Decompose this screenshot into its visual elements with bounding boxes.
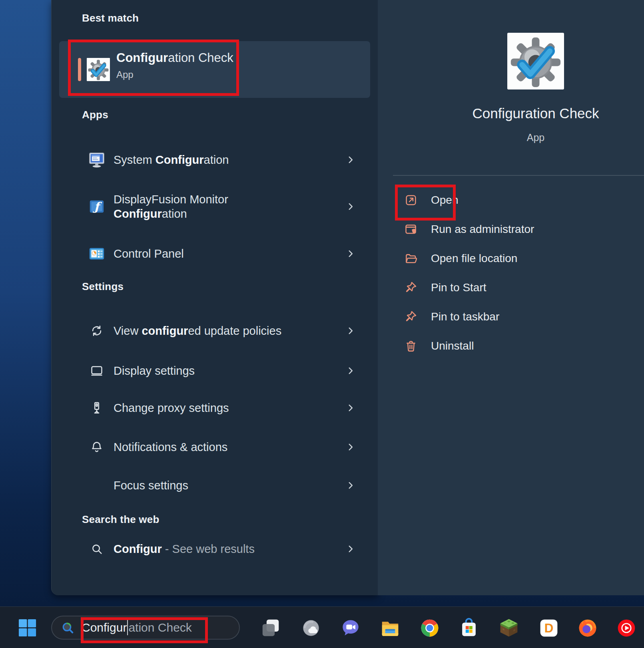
label-segment: Notifications & actions xyxy=(114,441,227,453)
detail-app-name: Configuration Check xyxy=(378,105,644,121)
result-label: Notifications & actions xyxy=(114,440,227,454)
label-segment: Configur xyxy=(116,51,168,65)
bell-icon xyxy=(88,438,106,456)
open-file-location-action[interactable]: Open file location xyxy=(378,244,644,273)
minecraft-icon[interactable] xyxy=(498,617,520,639)
chevron-right-icon[interactable] xyxy=(345,442,356,452)
chrome-icon[interactable] xyxy=(419,617,441,639)
svg-text:D: D xyxy=(544,621,554,635)
run-admin-icon xyxy=(404,223,418,236)
best-match-result[interactable]: Configuration Check App xyxy=(59,41,370,98)
widgets-icon[interactable] xyxy=(300,617,322,639)
action-label: Open file location xyxy=(431,252,517,265)
chevron-right-icon[interactable] xyxy=(345,201,356,212)
firefox-icon[interactable] xyxy=(577,617,598,639)
label-segment: Configur xyxy=(114,543,162,555)
label-segment: ation Check xyxy=(168,51,233,65)
system-config-icon xyxy=(88,151,106,169)
search-result-row[interactable]: View configured update policies xyxy=(59,312,370,350)
store-icon[interactable] xyxy=(458,617,480,639)
detail-divider xyxy=(393,175,644,176)
open-action[interactable]: Open xyxy=(378,185,644,215)
bell-icon xyxy=(90,440,104,454)
windows-search-flyout-screen: Best match Configuration Check App Apps … xyxy=(0,0,644,648)
d-letter-icon[interactable]: D xyxy=(538,617,560,639)
folder-open-icon xyxy=(404,252,418,265)
search-result-row[interactable]: Configur - See web results xyxy=(59,530,370,568)
chevron-right-icon[interactable] xyxy=(345,155,356,165)
search-query-typed: Configur xyxy=(82,621,127,634)
chat-icon[interactable] xyxy=(340,617,361,639)
text-caret xyxy=(127,620,128,635)
uninstall-action[interactable]: Uninstall xyxy=(378,331,644,360)
best-match-title: Configuration Check xyxy=(116,51,233,65)
youtube-music-icon[interactable] xyxy=(616,617,637,639)
label-segment: Focus settings xyxy=(114,479,188,492)
detail-app-type: App xyxy=(378,132,644,143)
icon-spacer xyxy=(88,476,106,495)
displayfusion-icon: ƒ xyxy=(88,197,106,216)
sync-icon xyxy=(88,322,106,340)
label-segment: Control Panel xyxy=(114,247,184,260)
displayfusion-icon: ƒ xyxy=(88,197,106,216)
search-result-row[interactable]: System Configuration xyxy=(59,141,370,179)
chevron-right-icon[interactable] xyxy=(345,544,356,554)
display-icon xyxy=(90,364,104,378)
label-segment: configur xyxy=(142,324,188,337)
chevron-right-icon[interactable] xyxy=(345,480,356,491)
system-config-icon xyxy=(88,151,106,169)
label-segment: Change proxy settings xyxy=(114,402,229,414)
configuration-check-app-icon-large xyxy=(507,33,564,89)
search-result-row[interactable]: ƒDisplayFusion MonitorConfiguration xyxy=(59,179,370,235)
search-icon xyxy=(88,540,106,558)
search-result-row[interactable]: Display settings xyxy=(59,352,370,390)
action-label: Pin to taskbar xyxy=(431,310,499,323)
chevron-right-icon[interactable] xyxy=(345,366,356,376)
best-match-subtitle: App xyxy=(116,69,134,80)
pin-icon xyxy=(404,310,418,324)
pin-to-taskbar-action[interactable]: Pin to taskbar xyxy=(378,302,644,331)
search-result-row[interactable]: Focus settings xyxy=(59,466,370,504)
file-explorer-icon[interactable] xyxy=(379,617,401,639)
label-segment: Configur xyxy=(114,207,162,220)
pin-to-start-action[interactable]: Pin to Start xyxy=(378,273,644,302)
proxy-icon xyxy=(90,401,104,415)
trash-icon xyxy=(404,339,418,353)
result-label: Configur - See web results xyxy=(114,542,255,556)
label-segment: View xyxy=(114,324,142,337)
chevron-right-icon[interactable] xyxy=(345,248,356,259)
search-icon xyxy=(90,542,104,556)
search-result-row[interactable]: Notifications & actions xyxy=(59,428,370,466)
configuration-check-app-icon xyxy=(87,58,110,81)
search-result-row[interactable]: Change proxy settings xyxy=(59,389,370,427)
label-segment: DisplayFusion Monitor xyxy=(114,193,228,206)
run-as-administrator-action[interactable]: Run as administrator xyxy=(378,215,644,244)
selection-accent-bar xyxy=(78,58,81,81)
result-label: Focus settings xyxy=(114,478,188,493)
search-results-panel: Best match Configuration Check App Apps … xyxy=(51,0,378,595)
search-result-row[interactable]: Control Panel xyxy=(59,235,370,272)
action-label: Open xyxy=(431,194,459,207)
open-external-icon xyxy=(404,193,418,207)
control-panel-icon xyxy=(88,244,106,263)
result-label: Change proxy settings xyxy=(114,401,229,415)
section-header-search-the-web: Search the web xyxy=(82,513,160,526)
action-label: Uninstall xyxy=(431,340,474,352)
section-header-settings: Settings xyxy=(82,280,124,293)
search-icon xyxy=(60,620,76,636)
result-label: Control Panel xyxy=(114,246,184,261)
task-view-icon[interactable] xyxy=(260,617,281,639)
chevron-right-icon[interactable] xyxy=(345,403,356,413)
chevron-right-icon[interactable] xyxy=(345,326,356,336)
label-segment: ed update policies xyxy=(188,324,281,337)
best-match-header: Best match xyxy=(82,12,139,24)
result-label: Display settings xyxy=(114,364,195,378)
label-segment: System xyxy=(114,153,156,166)
search-query-suggestion: ation Check xyxy=(128,621,191,634)
taskbar: Configuration Check D xyxy=(0,606,644,648)
label-segment: ation xyxy=(204,153,229,166)
sync-icon xyxy=(90,324,104,338)
section-header-apps: Apps xyxy=(82,109,108,121)
taskbar-search-box[interactable]: Configuration Check xyxy=(51,616,240,640)
start-button[interactable] xyxy=(17,617,38,638)
